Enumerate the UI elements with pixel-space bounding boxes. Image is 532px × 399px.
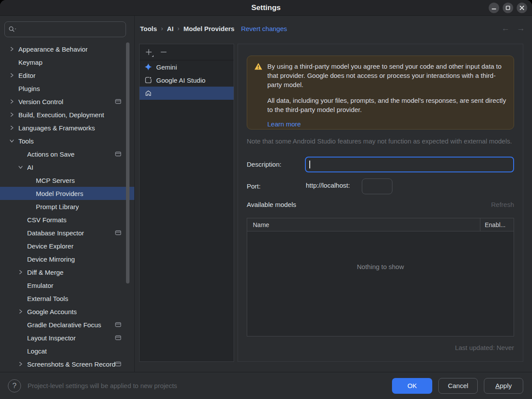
sidebar-item-google-accounts[interactable]: Google Accounts [0, 305, 134, 318]
sidebar-item-mcp-servers[interactable]: MCP Servers [0, 174, 134, 187]
warning-text: By using a third-party model you agree t… [267, 62, 507, 123]
ai-studio-icon [144, 76, 152, 84]
port-input[interactable] [362, 178, 392, 194]
text-caret [309, 161, 310, 168]
sidebar-item-label: Emulator [27, 282, 53, 289]
sidebar-item-label: AI [27, 164, 33, 171]
provider-item-home[interactable] [140, 87, 234, 100]
sidebar-item-languages-frameworks[interactable]: Languages & Frameworks [0, 121, 134, 134]
sidebar-item-label: Tools [18, 137, 34, 145]
sidebar-item-layout-inspector[interactable]: Layout Inspector [0, 331, 134, 344]
sidebar-item-label: Appearance & Behavior [18, 46, 88, 53]
description-input[interactable] [305, 157, 514, 172]
breadcrumb-ai[interactable]: AI [167, 25, 174, 32]
provider-item-gemini[interactable]: Gemini [140, 60, 234, 74]
sidebar-item-label: Gradle Declarative Focus [27, 321, 101, 329]
sidebar-item-version-control[interactable]: Version Control [0, 95, 134, 108]
sidebar-item-gradle-declarative-focus[interactable]: Gradle Declarative Focus [0, 318, 134, 331]
question-mark-icon: ? [12, 382, 16, 390]
sidebar-item-diff-merge[interactable]: Diff & Merge [0, 266, 134, 279]
sidebar-item-actions-on-save[interactable]: Actions on Save [0, 147, 134, 161]
provider-list-toolbar [140, 44, 234, 60]
third-party-warning-banner: By using a third-party model you agree t… [247, 56, 514, 130]
sidebar-item-ai[interactable]: AI [0, 161, 134, 174]
sidebar-item-label: MCP Servers [36, 177, 75, 184]
sidebar-item-external-tools[interactable]: External Tools [0, 292, 134, 305]
sidebar-item-prompt-library[interactable]: Prompt Library [0, 200, 134, 213]
chevron-right-icon[interactable] [5, 112, 18, 117]
provider-item-label: Gemini [156, 63, 177, 71]
main-area: Tools › AI › Model Providers Revert chan… [135, 16, 532, 372]
forward-arrow-icon[interactable]: → [517, 24, 525, 33]
sidebar-item-logcat[interactable]: Logcat [0, 344, 134, 357]
breadcrumb-tools[interactable]: Tools [140, 25, 157, 32]
last-updated-text: Last updated: Never [455, 344, 514, 351]
warning-icon [254, 63, 262, 70]
sidebar-item-label: Keymap [18, 59, 42, 66]
help-button[interactable]: ? [8, 379, 21, 392]
window-badge-icon [115, 361, 121, 367]
breadcrumb-separator: › [178, 25, 180, 32]
settings-search[interactable] [4, 21, 126, 37]
chevron-right-icon[interactable] [5, 46, 18, 52]
sidebar-item-tools[interactable]: Tools [0, 134, 134, 147]
chevron-right-icon[interactable] [5, 73, 18, 78]
settings-sidebar: Appearance & BehaviorKeymapEditorPlugins… [0, 16, 135, 372]
chevron-right-icon[interactable] [5, 99, 18, 104]
provider-list-panel: GeminiGoogle AI Studio [139, 44, 234, 362]
sidebar-item-label: Build, Execution, Deployment [18, 111, 104, 119]
sidebar-item-appearance-behavior[interactable]: Appearance & Behavior [0, 42, 134, 56]
sidebar-item-label: Model Providers [36, 190, 83, 197]
search-input[interactable] [17, 26, 122, 33]
gemini-icon [144, 63, 152, 71]
sidebar-item-csv-formats[interactable]: CSV Formats [0, 213, 134, 226]
warning-paragraph-1: By using a third-party model you agree t… [267, 62, 507, 89]
sidebar-item-label: Screenshots & Screen Recordi [27, 360, 115, 368]
learn-more-link[interactable]: Learn more [267, 119, 301, 129]
home-icon [144, 89, 152, 97]
sidebar-item-build-execution-deployment[interactable]: Build, Execution, Deployment [0, 108, 134, 121]
close-button[interactable] [517, 3, 527, 13]
sidebar-item-emulator[interactable]: Emulator [0, 279, 134, 292]
maximize-icon [506, 6, 510, 10]
project-level-hint: Project-level settings will be applied t… [28, 382, 177, 389]
remove-provider-button[interactable] [160, 49, 167, 56]
sidebar-item-label: Logcat [27, 347, 47, 355]
refresh-button[interactable]: Refresh [491, 201, 514, 208]
chevron-down-icon[interactable] [14, 164, 27, 170]
apply-button[interactable]: Apply [484, 378, 523, 394]
titlebar: Settings [0, 0, 532, 16]
window-badge-icon [115, 230, 121, 235]
column-header-name[interactable]: Name [247, 221, 480, 228]
cancel-button[interactable]: Cancel [438, 378, 478, 394]
description-label: Description: [247, 161, 281, 168]
sidebar-item-editor[interactable]: Editor [0, 69, 134, 82]
available-models-label: Available models [247, 201, 296, 208]
sidebar-item-model-providers[interactable]: Model Providers [0, 187, 134, 200]
add-provider-button[interactable] [145, 49, 152, 56]
chevron-right-icon[interactable] [14, 270, 27, 275]
sidebar-item-device-explorer[interactable]: Device Explorer [0, 239, 134, 252]
sidebar-item-keymap[interactable]: Keymap [0, 56, 134, 69]
provider-detail-panel: By using a third-party model you agree t… [238, 44, 523, 362]
back-arrow-icon[interactable]: ← [501, 24, 510, 33]
search-icon [8, 26, 17, 33]
revert-changes-link[interactable]: Revert changes [241, 25, 287, 32]
sidebar-item-device-mirroring[interactable]: Device Mirroring [0, 252, 134, 266]
chevron-right-icon[interactable] [14, 309, 27, 314]
maximize-button[interactable] [503, 3, 513, 13]
window-controls [489, 3, 527, 13]
sidebar-item-plugins[interactable]: Plugins [0, 82, 134, 95]
sidebar-scrollbar[interactable] [126, 42, 130, 284]
provider-item-google-ai-studio[interactable]: Google AI Studio [140, 74, 234, 87]
empty-table-text: Nothing to show [357, 263, 404, 270]
chevron-right-icon[interactable] [5, 125, 18, 130]
chevron-right-icon[interactable] [14, 361, 27, 367]
minimize-button[interactable] [489, 3, 499, 13]
sidebar-item-screenshots-screen-recordi[interactable]: Screenshots & Screen Recordi [0, 357, 134, 371]
column-header-enabled[interactable]: Enabl... [480, 218, 514, 231]
chevron-down-icon[interactable] [5, 138, 18, 144]
sidebar-item-label: Device Explorer [27, 242, 74, 250]
sidebar-item-database-inspector[interactable]: Database Inspector [0, 226, 134, 239]
ok-button[interactable]: OK [392, 378, 432, 394]
